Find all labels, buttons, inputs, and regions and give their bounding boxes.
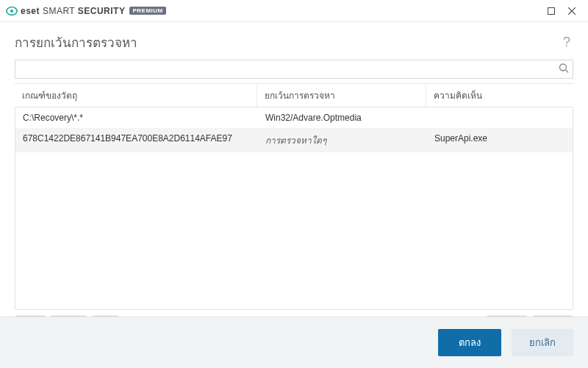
titlebar: eset SMART SECURITY PREMIUM xyxy=(0,0,588,22)
help-icon: ? xyxy=(563,35,570,49)
cancel-button[interactable]: ยกเลิก xyxy=(512,329,573,356)
column-exclusion[interactable]: ยกเว้นการตรวจหา xyxy=(257,84,426,107)
ok-button[interactable]: ตกลง xyxy=(438,329,501,356)
column-criteria[interactable]: เกณฑ์ของวัตถุ xyxy=(15,84,257,107)
page-title: การยกเว้นการตรวจหา xyxy=(15,32,560,52)
search-input[interactable] xyxy=(15,60,573,79)
exclusions-table: C:\Recovery\*.*Win32/Advare.Optmedia678C… xyxy=(15,107,573,310)
cell-criteria: 678C1422DE867141B947EA700E8A2D6114AFAE97 xyxy=(15,131,258,149)
table-row[interactable]: 678C1422DE867141B947EA700E8A2D6114AFAE97… xyxy=(15,128,573,152)
cell-exclusion: Win32/Advare.Optmedia xyxy=(258,110,427,125)
svg-rect-2 xyxy=(548,7,555,14)
close-icon xyxy=(568,7,576,15)
search-icon xyxy=(559,63,569,74)
search-button[interactable] xyxy=(559,63,569,76)
eset-logo-icon xyxy=(6,5,18,17)
brand: eset SMART SECURITY PREMIUM xyxy=(6,5,166,17)
cell-exclusion: การตรวจหาใดๆ xyxy=(258,131,427,149)
svg-point-1 xyxy=(10,10,13,13)
header: การยกเว้นการตรวจหา ? xyxy=(0,22,588,60)
close-button[interactable] xyxy=(562,1,582,21)
brand-badge: PREMIUM xyxy=(129,7,165,15)
cell-comment: SuperApi.exe xyxy=(427,131,573,149)
table-header: เกณฑ์ของวัตถุ ยกเว้นการตรวจหา ความคิดเห็… xyxy=(15,83,573,107)
svg-line-4 xyxy=(566,70,569,73)
cell-comment xyxy=(427,110,573,125)
search-wrap xyxy=(15,60,573,79)
help-button[interactable]: ? xyxy=(560,35,573,50)
table-row[interactable]: C:\Recovery\*.*Win32/Advare.Optmedia xyxy=(15,107,573,128)
column-comment[interactable]: ความคิดเห็น xyxy=(426,84,573,107)
footer: ตกลง ยกเลิก xyxy=(0,316,588,368)
cell-criteria: C:\Recovery\*.* xyxy=(15,110,258,125)
maximize-button[interactable] xyxy=(541,1,562,21)
brand-text: eset SMART SECURITY xyxy=(21,6,125,16)
square-icon xyxy=(548,7,555,15)
svg-point-3 xyxy=(560,64,567,71)
